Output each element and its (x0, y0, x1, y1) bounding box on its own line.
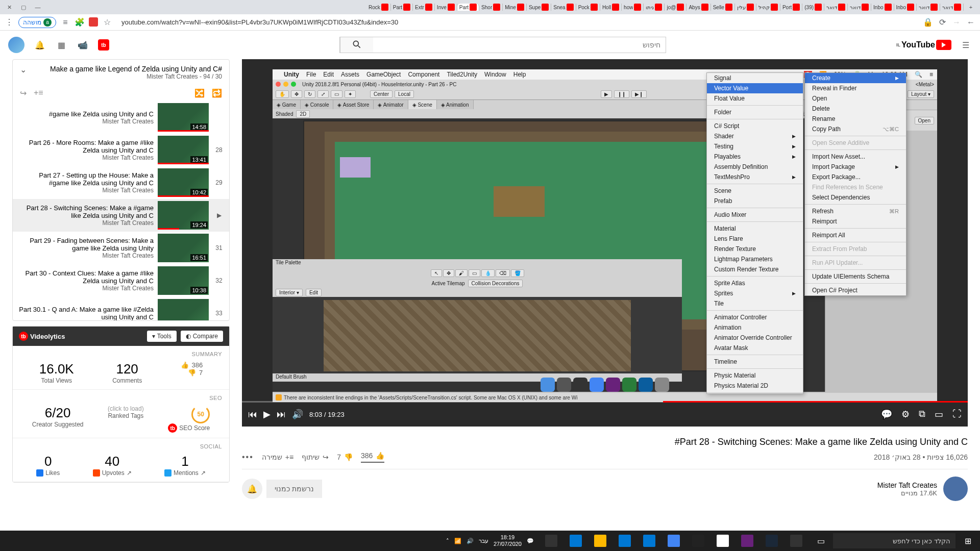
compare-button[interactable]: Compare ◐ (181, 331, 223, 342)
playlist-item[interactable]: 3210:38Part 30 - Context Clues: Make a g… (13, 264, 229, 297)
back-icon[interactable]: ← (966, 17, 976, 28)
extensions-puzzle-icon[interactable]: 🧩 (75, 17, 85, 28)
browser-tab[interactable]: Part (457, 4, 479, 11)
thumbs-down-icon[interactable]: 👎 (344, 453, 353, 461)
save-button[interactable]: ≡+ שמירה (262, 453, 293, 461)
settings-gear-icon[interactable]: ⚙ (901, 409, 910, 420)
start-button-icon[interactable]: ⊞ (955, 531, 980, 551)
taskbar-app[interactable] (760, 531, 784, 551)
playlist-item[interactable]: 33Part 30.1 - Q and A: Make a game like … (13, 297, 229, 320)
taskbar-app[interactable] (662, 531, 686, 551)
theater-mode-icon[interactable]: ▭ (935, 409, 943, 420)
tray-volume-icon[interactable]: 🔊 (467, 538, 474, 544)
apps-grid-icon[interactable]: ▦ (55, 39, 67, 51)
subtitles-icon[interactable]: 💬 (881, 409, 892, 420)
taskbar-app[interactable] (588, 531, 612, 551)
close-window-icon[interactable]: ✕ (5, 3, 13, 11)
previous-icon[interactable]: ⏮ (248, 409, 257, 420)
search-button[interactable] (340, 37, 373, 53)
browser-tab[interactable]: Selle (711, 4, 735, 11)
browser-tab[interactable]: Inbo (894, 4, 917, 11)
taskbar-app[interactable] (710, 531, 735, 551)
new-tab-icon[interactable]: + (967, 3, 975, 11)
browser-tab[interactable]: Extr (413, 4, 435, 11)
play-icon[interactable]: ▶ (263, 409, 271, 420)
playlist-item[interactable]: 2910:42Part 27 - Setting up the House: M… (13, 166, 229, 199)
kebab-menu-icon[interactable]: ⋮ (4, 17, 14, 28)
more-actions-icon[interactable]: ••• (242, 453, 254, 462)
browser-tab[interactable]: עלין (735, 4, 756, 11)
playlist-items[interactable]: 14:58#game like Zelda using Unity and CM… (13, 101, 229, 320)
subscribe-button[interactable]: נרשמת כמנוי (266, 480, 322, 498)
browser-tab[interactable]: Port (780, 4, 802, 11)
taskbar-app[interactable] (612, 531, 637, 551)
taskbar-app[interactable] (784, 531, 808, 551)
tools-button[interactable]: Tools ▾ (147, 331, 177, 342)
browser-tab[interactable]: Mine (503, 4, 527, 11)
browser-tab[interactable]: Part (391, 4, 413, 11)
tray-notification-icon[interactable]: 💬 (527, 538, 534, 544)
browser-tab[interactable]: Rock (366, 4, 391, 11)
playlist-item[interactable]: 14:58#game like Zelda using Unity and CM… (13, 101, 229, 134)
browser-tab[interactable]: קהיל (756, 4, 780, 11)
browser-tab[interactable]: Inve (435, 4, 457, 11)
taskbar-app[interactable] (735, 531, 760, 551)
browser-tab[interactable]: (39) (802, 4, 824, 11)
reload-icon[interactable]: ⟳ (937, 17, 947, 28)
tray-network-icon[interactable]: 📶 (454, 538, 461, 544)
task-view-icon[interactable]: ▭ (808, 531, 833, 551)
browser-tab[interactable]: Supe (527, 4, 551, 11)
next-icon[interactable]: ⏭ (277, 409, 286, 420)
channel-name[interactable]: Mister Taft Creates (877, 481, 937, 489)
tray-language[interactable]: עבר (479, 538, 488, 544)
click-load[interactable]: (click to load) (108, 405, 144, 412)
channel-avatar[interactable] (943, 477, 968, 501)
youtube-logo[interactable]: YouTube IL (896, 40, 951, 50)
reading-list-icon[interactable]: ≡ (60, 17, 70, 28)
browser-tab[interactable]: Holl (600, 4, 622, 11)
taskbar-search-input[interactable]: הקלד כאן כדי לחפש (833, 533, 955, 548)
volume-icon[interactable]: 🔊 (292, 409, 303, 420)
browser-tab[interactable]: דואר (848, 4, 871, 11)
minimize-window-icon[interactable]: — (34, 3, 42, 11)
share-playlist-icon[interactable]: ↪ (20, 88, 27, 98)
tubebuddy-icon[interactable]: tb (98, 39, 109, 51)
bookmark-star-icon[interactable]: ☆ (102, 17, 112, 28)
collapse-playlist-icon[interactable]: ⌄ (20, 65, 27, 74)
browser-tab[interactable]: @jo (665, 4, 687, 11)
browser-tab[interactable]: דואר (824, 4, 848, 11)
playlist-item[interactable]: 3116:51Part 29 - Fading between Scenes: … (13, 232, 229, 264)
notification-bell-icon[interactable]: 🔔 (242, 479, 262, 499)
profile-paused-badge[interactable]: a מושהה (18, 17, 56, 28)
fullscreen-icon[interactable]: ⛶ (952, 409, 962, 420)
browser-tab[interactable]: Inbo (871, 4, 894, 11)
playlist-item[interactable]: 2813:41Part 26 - More Rooms: Make a game… (13, 134, 229, 166)
tray-chevron-icon[interactable]: ˄ (446, 538, 449, 544)
thumbs-up-icon[interactable]: 👍 (376, 452, 384, 460)
browser-tab[interactable]: דואר (917, 4, 940, 11)
browser-tab[interactable]: how (622, 4, 644, 11)
maximize-window-icon[interactable]: ▢ (19, 3, 28, 11)
url-field[interactable]: youtube.com/watch?v=wNI--exin90&list=PL4… (116, 18, 919, 26)
user-avatar[interactable] (8, 37, 24, 53)
lock-icon[interactable]: 🔒 (923, 17, 933, 28)
hamburger-menu-icon[interactable]: ☰ (960, 39, 972, 51)
taskbar-clock[interactable]: 18:19 27/07/2020 (494, 534, 522, 547)
save-playlist-icon[interactable]: ≡+ (34, 88, 43, 98)
miniplayer-icon[interactable]: ⧉ (919, 409, 925, 420)
taskbar-app[interactable] (539, 531, 564, 551)
taskbar-app[interactable] (564, 531, 588, 551)
taskbar-app[interactable] (686, 531, 710, 551)
taskbar-app[interactable] (637, 531, 662, 551)
create-video-icon[interactable]: 📹 (77, 39, 89, 51)
browser-tab[interactable]: דואר (940, 4, 964, 11)
browser-tab[interactable]: Snea (551, 4, 576, 11)
loop-icon[interactable]: 🔁 (212, 88, 222, 98)
shuffle-icon[interactable]: 🔀 (194, 88, 205, 98)
video-player[interactable]: UnityFileEditAssetsGameObjectComponentTi… (242, 59, 968, 427)
browser-tab[interactable]: Shor (479, 4, 503, 11)
browser-tab[interactable]: Abys (687, 4, 710, 11)
search-input[interactable] (373, 37, 666, 53)
playlist-item[interactable]: ▶19:24Part 28 - Switching Scenes: Make a… (13, 199, 229, 232)
notifications-bell-icon[interactable]: 🔔 (34, 39, 46, 51)
